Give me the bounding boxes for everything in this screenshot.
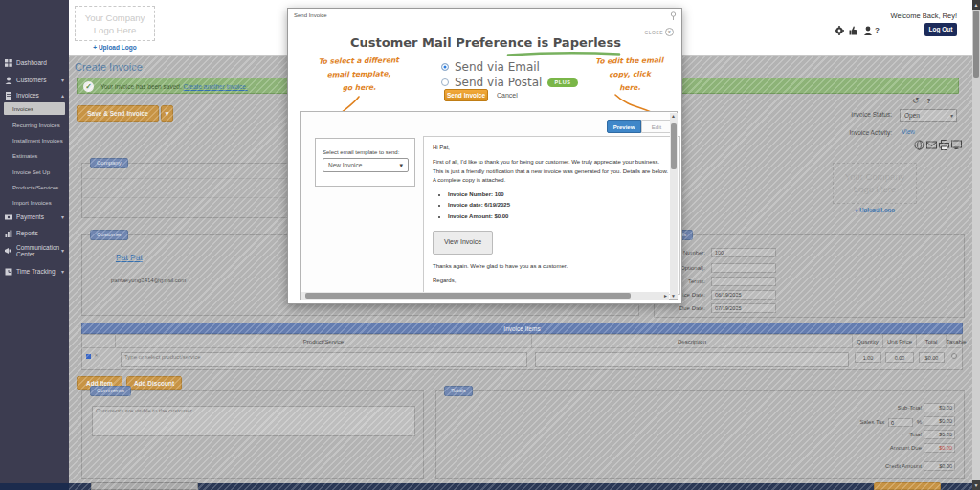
sales-tax-rate-input[interactable] [888, 418, 913, 427]
preview-button[interactable]: Preview [607, 120, 641, 133]
send-invoice-modal: Send Invoice CLOSE ✕ Customer Mail Prefe… [287, 8, 682, 304]
scroll-down-arrow[interactable]: ▼ [972, 480, 980, 490]
scrollbar-thumb[interactable] [973, 11, 979, 78]
view-invoice-button[interactable]: View Invoice [433, 231, 493, 255]
invoice-status-select[interactable]: Open ▾ [900, 109, 957, 122]
email-template-select[interactable]: New Invoice ▾ [323, 158, 409, 172]
invoice-number-input[interactable] [711, 248, 776, 257]
invoice-activity-view-link[interactable]: View [902, 128, 915, 135]
taxable-checkbox[interactable] [951, 353, 957, 359]
send-via-postal-option[interactable]: Send via Postal PLUS [441, 76, 578, 89]
send-via-postal-label: Send via Postal [455, 76, 542, 89]
footer-gray-button[interactable] [91, 482, 198, 490]
total-value: $0.00 [924, 430, 955, 439]
due-date-input[interactable] [711, 303, 776, 313]
sidebar-item-time-tracking[interactable]: Time Tracking ▾ [0, 264, 69, 278]
description-input[interactable] [535, 352, 849, 367]
save-send-dropdown-caret[interactable]: ▾ [161, 105, 173, 122]
sidebar-item-label: Invoices [16, 92, 39, 99]
thumbs-up-icon[interactable] [849, 26, 858, 35]
send-invoice-button[interactable]: Send Invoice [444, 89, 488, 101]
customer-email: pantaeyung2414@gmail.com [111, 278, 186, 283]
preview-vertical-scrollbar[interactable]: ▲ ▼ [670, 113, 678, 299]
sidebar-item-invoices[interactable]: Invoices ▴ [0, 88, 69, 102]
success-message-text: Your invoice has been saved. [100, 83, 182, 90]
comments-tab[interactable]: Comments [90, 386, 131, 396]
welcome-message: Welcome Back, Rey! [891, 11, 957, 20]
email-bullet: Invoice Number: 100 [448, 190, 671, 199]
invoice-status-label: Invoice Status: [796, 111, 892, 118]
comments-input[interactable] [92, 406, 415, 436]
column-header-total: Total [917, 335, 947, 348]
history-icon[interactable]: ↺ [912, 96, 920, 105]
customer-tab[interactable]: Customer [90, 230, 128, 240]
page-scrollbar[interactable]: ▲ ▼ [972, 0, 980, 490]
email-icon[interactable] [926, 140, 937, 150]
sales-tax-row: Sales Tax % [580, 418, 922, 427]
preview-horizontal-scrollbar[interactable]: ► [301, 292, 669, 300]
monitor-icon[interactable] [951, 140, 962, 150]
total-label: Total [580, 432, 922, 437]
sidebar-subitem-invoices[interactable]: Invoices [4, 102, 65, 115]
globe-icon[interactable] [914, 140, 924, 150]
scroll-up-arrow[interactable]: ▲ [972, 0, 980, 10]
line-total-input[interactable] [919, 352, 945, 363]
row-drag-handle[interactable] [86, 354, 91, 359]
chevron-down-icon: ▾ [61, 248, 64, 255]
scrollbar-thumb[interactable] [305, 293, 631, 299]
customer-name-link[interactable]: Pat Pat [116, 253, 143, 262]
printer-icon[interactable] [939, 140, 949, 150]
quantity-input[interactable] [855, 352, 881, 363]
scroll-up-arrow[interactable]: ▲ [671, 113, 676, 119]
cancel-link[interactable]: Cancel [497, 92, 518, 99]
subitem-label: Products/Services [12, 185, 58, 190]
chevron-down-icon: ▾ [61, 213, 64, 220]
percent-sign: % [917, 419, 922, 425]
column-header-unit-price: Unit Price [883, 335, 917, 348]
sidebar-subitem-recurring-invoices[interactable]: Recurring Invoices [4, 119, 65, 131]
save-send-invoice-button[interactable]: Save & Send Invoice [77, 105, 159, 122]
totals-tab[interactable]: Totals [444, 386, 473, 396]
unit-price-input[interactable] [885, 352, 914, 363]
megaphone-icon [5, 247, 13, 255]
scrollbar-thumb[interactable] [671, 123, 677, 169]
po-number-input[interactable] [711, 263, 776, 273]
sidebar-item-communication-center[interactable]: Communication Center ▾ [0, 241, 69, 260]
terms-label: Terms: [688, 278, 705, 284]
upload-logo-link[interactable]: + Upload Logo [833, 207, 917, 212]
scroll-right-arrow[interactable]: ► [663, 293, 668, 299]
sidebar-item-reports[interactable]: Reports [0, 226, 69, 240]
company-logo-placeholder[interactable]: Your Company Logo Here [75, 6, 155, 41]
send-via-email-option[interactable]: Send via Email [441, 60, 540, 74]
add-discount-button[interactable]: Add Discount [126, 376, 182, 390]
gear-icon[interactable] [835, 26, 844, 35]
product-service-input[interactable] [121, 352, 527, 367]
sidebar-subitem-invoice-set-up[interactable]: Invoice Set Up [4, 166, 65, 178]
user-icon[interactable] [863, 26, 873, 35]
scroll-down-arrow[interactable]: ▼ [671, 293, 676, 299]
sidebar-subitem-estimates[interactable]: Estimates [4, 149, 65, 162]
terms-input[interactable] [711, 277, 776, 286]
sidebar-subitem-installment-invoices[interactable]: Installment Invoices [4, 134, 65, 146]
remove-row-icon[interactable]: ✕ [94, 352, 99, 358]
footer-save-send-button[interactable] [874, 482, 941, 490]
pin-icon[interactable] [670, 11, 677, 20]
invoice-date-input[interactable] [711, 290, 776, 300]
help-icon[interactable]: ? [875, 26, 884, 35]
create-another-invoice-link[interactable]: Create another invoice. [184, 83, 248, 90]
page-help-icon[interactable]: ? [926, 97, 931, 105]
annotation-line: go here. [305, 80, 412, 96]
credit-amount-value: $0.00 [924, 461, 955, 471]
upload-logo-link[interactable]: + Upload Logo [75, 44, 155, 51]
edit-button[interactable]: Edit [641, 120, 672, 133]
sidebar-item-payments[interactable]: Payments ▾ [0, 210, 69, 224]
reports-icon [5, 230, 13, 237]
logout-button[interactable]: Log Out [924, 23, 957, 36]
company-tab[interactable]: Company [90, 158, 128, 168]
sidebar-item-dashboard[interactable]: Dashboard [0, 56, 69, 70]
sidebar-subitem-products-services[interactable]: Products/Services [4, 181, 65, 193]
invoice-logo-placeholder[interactable]: Your Company Logo Here [833, 163, 917, 204]
dashboard-icon [5, 59, 13, 67]
sidebar-subitem-import-invoices[interactable]: Import Invoices [4, 196, 65, 209]
sidebar-item-customers[interactable]: Customers ▾ [0, 73, 69, 87]
